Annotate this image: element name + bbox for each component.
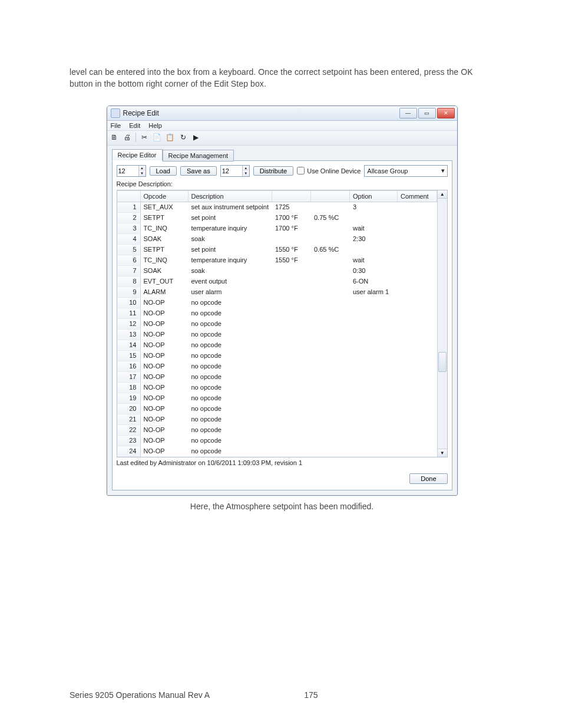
cell-comment[interactable]: [397, 233, 437, 244]
cell-description[interactable]: no opcode: [188, 414, 272, 424]
cell-option[interactable]: 2:30: [349, 233, 397, 244]
cell-value1[interactable]: [272, 276, 310, 286]
cell-value1[interactable]: [272, 435, 310, 446]
cell-value1[interactable]: 1725: [272, 202, 310, 212]
cell-comment[interactable]: [397, 265, 437, 276]
cell-opcode[interactable]: TC_INQ: [140, 255, 188, 265]
cell-value2[interactable]: [310, 329, 349, 340]
cell-value2[interactable]: [310, 350, 349, 361]
use-online-checkbox[interactable]: [297, 167, 305, 174]
cell-value2[interactable]: [310, 233, 349, 244]
cell-option[interactable]: [349, 329, 397, 340]
table-row[interactable]: 5SETPTset point1550 °F0.65 %C: [117, 244, 437, 255]
menu-edit[interactable]: Edit: [129, 122, 140, 129]
cell-value1[interactable]: [272, 318, 310, 329]
cell-value1[interactable]: 1700 °F: [272, 212, 310, 223]
cell-option[interactable]: [349, 308, 397, 318]
table-row[interactable]: 22NO-OPno opcode: [117, 424, 437, 435]
cell-description[interactable]: no opcode: [188, 393, 272, 403]
cell-value2[interactable]: [310, 297, 349, 308]
cell-value1[interactable]: [272, 414, 310, 424]
cell-description[interactable]: no opcode: [188, 446, 272, 456]
cell-description[interactable]: no opcode: [188, 340, 272, 350]
cell-comment[interactable]: [397, 297, 437, 308]
cell-opcode[interactable]: NO-OP: [140, 371, 188, 382]
cell-option[interactable]: [349, 244, 397, 255]
recipe-number-input-right[interactable]: [221, 166, 242, 176]
cell-opcode[interactable]: TC_INQ: [140, 223, 188, 233]
cell-opcode[interactable]: SOAK: [140, 233, 188, 244]
cell-description[interactable]: no opcode: [188, 371, 272, 382]
cell-option[interactable]: [349, 297, 397, 308]
chevron-up-icon[interactable]: ▲: [139, 166, 146, 171]
cell-value1[interactable]: [272, 297, 310, 308]
cell-opcode[interactable]: NO-OP: [140, 435, 188, 446]
close-button[interactable]: ✕: [437, 108, 455, 118]
cell-description[interactable]: set aux instrument setpoint: [188, 202, 272, 212]
cell-opcode[interactable]: NO-OP: [140, 297, 188, 308]
cell-option[interactable]: 0:30: [349, 265, 397, 276]
cell-opcode[interactable]: NO-OP: [140, 329, 188, 340]
cell-value1[interactable]: [272, 350, 310, 361]
cell-value1[interactable]: [272, 424, 310, 435]
table-row[interactable]: 18NO-OPno opcode: [117, 382, 437, 393]
cell-description[interactable]: no opcode: [188, 382, 272, 393]
cell-opcode[interactable]: SETPT: [140, 212, 188, 223]
cell-value1[interactable]: [272, 329, 310, 340]
cell-description[interactable]: no opcode: [188, 308, 272, 318]
table-row[interactable]: 1SET_AUXset aux instrument setpoint17253: [117, 202, 437, 212]
load-button[interactable]: Load: [150, 166, 177, 176]
print-icon[interactable]: 🖨: [123, 133, 132, 142]
cell-comment[interactable]: [397, 361, 437, 371]
cell-value1[interactable]: [272, 233, 310, 244]
cell-description[interactable]: no opcode: [188, 318, 272, 329]
cell-comment[interactable]: [397, 318, 437, 329]
cell-comment[interactable]: [397, 350, 437, 361]
cell-option[interactable]: wait: [349, 255, 397, 265]
cell-option[interactable]: [349, 318, 397, 329]
cell-description[interactable]: set point: [188, 212, 272, 223]
cell-opcode[interactable]: NO-OP: [140, 424, 188, 435]
cell-opcode[interactable]: NO-OP: [140, 446, 188, 456]
cell-option[interactable]: [349, 446, 397, 456]
cell-description[interactable]: soak: [188, 265, 272, 276]
cell-opcode[interactable]: NO-OP: [140, 393, 188, 403]
scroll-down-icon[interactable]: ▼: [438, 449, 447, 457]
cell-value2[interactable]: [310, 424, 349, 435]
menu-help[interactable]: Help: [148, 122, 162, 129]
table-row[interactable]: 17NO-OPno opcode: [117, 371, 437, 382]
cell-option[interactable]: [349, 424, 397, 435]
scroll-up-icon[interactable]: ▲: [438, 190, 447, 199]
cell-description[interactable]: no opcode: [188, 350, 272, 361]
tab-recipe-editor[interactable]: Recipe Editor: [112, 149, 163, 161]
cell-description[interactable]: no opcode: [188, 297, 272, 308]
cell-option[interactable]: [349, 393, 397, 403]
cell-comment[interactable]: [397, 286, 437, 297]
chevron-down-icon[interactable]: ▼: [139, 171, 146, 176]
cell-option[interactable]: [349, 212, 397, 223]
cell-value1[interactable]: [272, 340, 310, 350]
recipe-number-right[interactable]: ▲▼: [220, 165, 250, 177]
cell-value2[interactable]: 0.75 %C: [310, 212, 349, 223]
cell-option[interactable]: [349, 361, 397, 371]
cell-description[interactable]: no opcode: [188, 403, 272, 414]
table-row[interactable]: 23NO-OPno opcode: [117, 435, 437, 446]
cell-value1[interactable]: [272, 403, 310, 414]
cell-opcode[interactable]: NO-OP: [140, 414, 188, 424]
cell-value2[interactable]: [310, 446, 349, 456]
table-row[interactable]: 15NO-OPno opcode: [117, 350, 437, 361]
menu-file[interactable]: File: [111, 122, 121, 129]
cell-comment[interactable]: [397, 435, 437, 446]
cell-description[interactable]: no opcode: [188, 435, 272, 446]
cell-description[interactable]: event output: [188, 276, 272, 286]
cell-description[interactable]: no opcode: [188, 361, 272, 371]
cell-value2[interactable]: [310, 414, 349, 424]
cell-value1[interactable]: 1550 °F: [272, 255, 310, 265]
table-row[interactable]: 12NO-OPno opcode: [117, 318, 437, 329]
cell-comment[interactable]: [397, 276, 437, 286]
table-row[interactable]: 19NO-OPno opcode: [117, 393, 437, 403]
cell-comment[interactable]: [397, 371, 437, 382]
chevron-down-icon[interactable]: ▼: [243, 171, 249, 176]
cell-value2[interactable]: [310, 403, 349, 414]
table-row[interactable]: 4SOAKsoak2:30: [117, 233, 437, 244]
